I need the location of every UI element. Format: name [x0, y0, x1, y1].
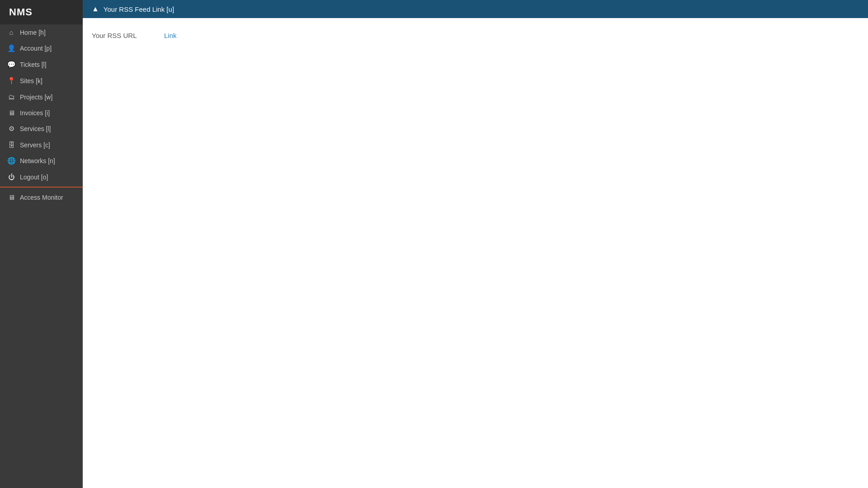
sidebar-item-services[interactable]: ⚙ Services [l] [0, 121, 83, 137]
sidebar-item-label: Networks [n] [20, 157, 55, 164]
sidebar: NMS ⌂ Home [h] 👤 Account [p] 💬 Tickets [… [0, 0, 83, 488]
sidebar-item-servers[interactable]: 🗄 Servers [c] [0, 137, 83, 153]
content-area: Your RSS URL Link [83, 18, 868, 488]
account-icon: 👤 [7, 44, 15, 52]
logout-icon: ⏻ [7, 173, 15, 181]
projects-icon: 🗂 [7, 93, 15, 101]
rss-link[interactable]: Link [164, 32, 177, 39]
sidebar-item-label: Home [h] [20, 29, 46, 36]
topbar: ▲ Your RSS Feed Link [u] [83, 0, 868, 18]
rss-row: Your RSS URL Link [92, 32, 859, 39]
invoices-icon: 🖥 [7, 109, 15, 117]
sidebar-item-label: Projects [w] [20, 94, 52, 101]
networks-icon: 🌐 [7, 157, 15, 165]
sidebar-item-label: Sites [k] [20, 77, 42, 84]
home-icon: ⌂ [7, 28, 15, 36]
sidebar-item-projects[interactable]: 🗂 Projects [w] [0, 89, 83, 105]
sidebar-item-tickets[interactable]: 💬 Tickets [l] [0, 56, 83, 73]
sidebar-item-label: Account [p] [20, 45, 52, 52]
sidebar-item-logout[interactable]: ⏻ Logout [o] [0, 169, 83, 185]
services-icon: ⚙ [7, 125, 15, 133]
sidebar-item-home[interactable]: ⌂ Home [h] [0, 24, 83, 40]
sidebar-item-invoices[interactable]: 🖥 Invoices [i] [0, 105, 83, 121]
tickets-icon: 💬 [7, 61, 15, 69]
sidebar-item-label: Access Monitor [20, 194, 63, 201]
sidebar-item-account[interactable]: 👤 Account [p] [0, 40, 83, 56]
sidebar-item-label: Services [l] [20, 125, 51, 132]
sidebar-item-label: Logout [o] [20, 174, 48, 181]
sidebar-item-label: Servers [c] [20, 141, 50, 149]
sidebar-item-label: Invoices [i] [20, 109, 50, 117]
sites-icon: 📍 [7, 77, 15, 85]
sidebar-item-access-monitor[interactable]: 🖥 Access Monitor [0, 189, 83, 205]
nav-divider [0, 187, 83, 188]
sidebar-item-label: Tickets [l] [20, 61, 47, 68]
sidebar-item-sites[interactable]: 📍 Sites [k] [0, 73, 83, 89]
sidebar-nav: ⌂ Home [h] 👤 Account [p] 💬 Tickets [l] 📍… [0, 24, 83, 185]
monitor-icon: 🖥 [7, 193, 15, 201]
servers-icon: 🗄 [7, 141, 15, 149]
main-area: ▲ Your RSS Feed Link [u] Your RSS URL Li… [83, 0, 868, 488]
rss-feed-icon: ▲ [92, 5, 99, 13]
topbar-title: Your RSS Feed Link [u] [104, 5, 174, 13]
rss-url-label: Your RSS URL [92, 32, 160, 39]
sidebar-item-networks[interactable]: 🌐 Networks [n] [0, 153, 83, 169]
app-title: NMS [0, 0, 83, 24]
